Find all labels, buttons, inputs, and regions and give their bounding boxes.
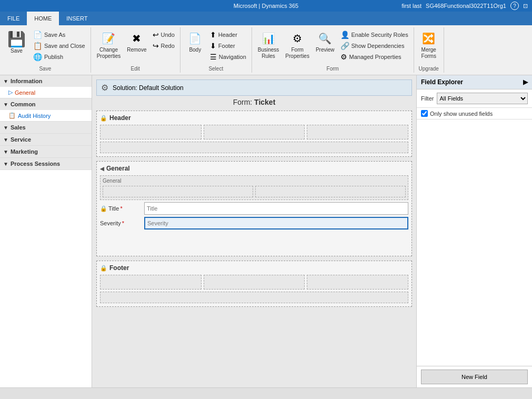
footer-button[interactable]: ⬇ Footer — [208, 41, 248, 51]
general-cell-2 — [255, 186, 406, 197]
save-button[interactable]: 💾 Save — [3, 28, 30, 56]
navigation-label: Navigation — [219, 54, 246, 60]
ribbon-group-upgrade: 🔀 MergeForms Upgrade — [414, 27, 444, 73]
enable-security-button[interactable]: 👤 Enable Security Roles — [338, 29, 410, 40]
title-input[interactable] — [144, 202, 408, 215]
collapse-general-icon: ◀ — [100, 166, 104, 172]
expand-general-icon: ▷ — [8, 89, 13, 96]
sidebar-section-header-marketing[interactable]: ▼ Marketing — [0, 146, 92, 157]
remove-button[interactable]: ✖ Remove — [124, 28, 149, 55]
publish-icon: 🌐 — [33, 53, 42, 61]
sidebar-section-service: ▼ Service — [0, 134, 92, 146]
sidebar-section-process-sessions: ▼ Process Sessions — [0, 158, 92, 170]
field-explorer-expand-icon[interactable]: ▶ — [523, 78, 528, 86]
field-explorer-filter-row: Filter All Fields — [417, 89, 532, 108]
section-label-common: Common — [11, 101, 36, 107]
show-dependencies-button[interactable]: 🔗 Show Dependencies — [338, 41, 410, 51]
header-button[interactable]: ⬆ Header — [208, 29, 248, 40]
form-section-general: ◀ General General 🔒 Title * — [96, 161, 412, 256]
arrow-information: ▼ — [3, 78, 8, 84]
select-group-label: Select — [184, 65, 248, 72]
footer-lock-icon: 🔒 — [100, 265, 107, 272]
undo-button[interactable]: ↩ Undo — [150, 29, 177, 40]
sidebar-section-header-sales[interactable]: ▼ Sales — [0, 122, 92, 133]
save-close-button[interactable]: 📋 Save and Close — [31, 41, 87, 51]
section-label-process-sessions: Process Sessions — [11, 161, 60, 167]
status-bar — [0, 387, 532, 399]
save-as-icon: 📄 — [33, 31, 42, 39]
ribbon-group-form: 📊 BusinessRules ⚙ FormProperties 🔍 Previ… — [252, 27, 414, 73]
enable-security-label: Enable Security Roles — [352, 32, 408, 38]
severity-input[interactable] — [144, 217, 408, 230]
navigation-button[interactable]: ☰ Navigation — [208, 52, 248, 62]
new-field-button[interactable]: New Field — [421, 370, 528, 384]
org-name: SG468Functional3022T11Org1 — [426, 3, 506, 9]
change-properties-label: ChangeProperties — [97, 47, 121, 59]
filter-label: Filter — [421, 95, 434, 102]
sidebar-item-general[interactable]: ▷ General — [0, 87, 92, 98]
save-as-button[interactable]: 📄 Save As — [31, 29, 87, 40]
change-properties-button[interactable]: 📝 ChangeProperties — [94, 28, 124, 61]
filter-dropdown[interactable]: All Fields — [437, 93, 528, 104]
save-close-icon: 📋 — [33, 42, 42, 50]
audit-icon: 📋 — [8, 112, 16, 119]
field-explorer-footer: New Field — [417, 366, 532, 387]
unused-fields-row: Only show unused fields — [417, 108, 532, 119]
sidebar-item-audit-history[interactable]: 📋 Audit History — [0, 110, 92, 121]
severity-required-star: * — [122, 220, 124, 226]
header-icon: ⬆ — [210, 31, 216, 39]
arrow-marketing: ▼ — [3, 149, 8, 155]
unused-fields-checkbox[interactable] — [421, 110, 428, 117]
window-controls: ⊡ — [523, 3, 528, 9]
tab-insert[interactable]: INSERT — [59, 12, 95, 25]
sidebar-section-header-information[interactable]: ▼ Information — [0, 75, 92, 87]
help-icon[interactable]: ? — [510, 2, 519, 10]
merge-forms-button[interactable]: 🔀 MergeForms — [417, 28, 440, 61]
preview-label: Preview — [316, 47, 335, 53]
form-title-prefix: Form: — [233, 98, 253, 106]
footer-label: Footer — [218, 43, 235, 49]
tab-file[interactable]: FILE — [0, 12, 27, 25]
merge-forms-label: MergeForms — [421, 47, 436, 59]
business-rules-label: BusinessRules — [258, 47, 279, 59]
sidebar-section-sales: ▼ Sales — [0, 122, 92, 134]
general-inner-box: General — [100, 175, 408, 200]
arrow-service: ▼ — [3, 137, 8, 143]
managed-properties-button[interactable]: ⚙ Managed Properties — [338, 52, 410, 62]
ribbon-tabs: FILE HOME INSERT — [0, 12, 532, 25]
tab-home[interactable]: HOME — [27, 12, 59, 25]
header-label: Header — [218, 32, 237, 38]
main-layout: ▼ Information ▷ General ▼ Common 📋 Audit… — [0, 75, 532, 387]
section-label-sales: Sales — [11, 124, 26, 131]
section-label-service: Service — [11, 136, 31, 143]
arrow-common: ▼ — [3, 102, 8, 107]
footer-cell-1 — [100, 275, 202, 290]
field-explorer-body — [417, 119, 532, 366]
sidebar-section-common: ▼ Common 📋 Audit History — [0, 98, 92, 122]
sidebar-section-header-service[interactable]: ▼ Service — [0, 134, 92, 145]
title-field-row: 🔒 Title * — [100, 202, 408, 215]
body-label: Body — [189, 47, 201, 53]
form-properties-icon: ⚙ — [289, 30, 306, 47]
field-explorer-header: Field Explorer ▶ — [417, 75, 532, 89]
footer-row-2 — [100, 292, 408, 303]
form-title-bar: Form: Ticket — [96, 98, 412, 106]
save-as-label: Save As — [44, 32, 65, 38]
business-rules-button[interactable]: 📊 BusinessRules — [255, 28, 282, 61]
sidebar-section-header-process-sessions[interactable]: ▼ Process Sessions — [0, 158, 92, 169]
undo-icon: ↩ — [153, 31, 159, 39]
preview-button[interactable]: 🔍 Preview — [313, 28, 337, 55]
severity-field-row: Severity * — [100, 217, 408, 230]
publish-button[interactable]: 🌐 Publish — [31, 52, 87, 62]
footer-cell-3 — [307, 275, 408, 290]
title-required-star: * — [120, 205, 122, 212]
body-button[interactable]: 📄 Body — [184, 28, 207, 55]
redo-button[interactable]: ↪ Redo — [150, 41, 177, 51]
change-properties-icon: 📝 — [100, 30, 117, 47]
save-close-label: Save and Close — [44, 43, 85, 49]
arrow-process-sessions: ▼ — [3, 161, 8, 167]
section-label-marketing: Marketing — [11, 148, 38, 155]
sidebar-section-header-common[interactable]: ▼ Common — [0, 98, 92, 110]
footer-label: Footer — [109, 264, 129, 272]
form-properties-button[interactable]: ⚙ FormProperties — [283, 28, 312, 61]
